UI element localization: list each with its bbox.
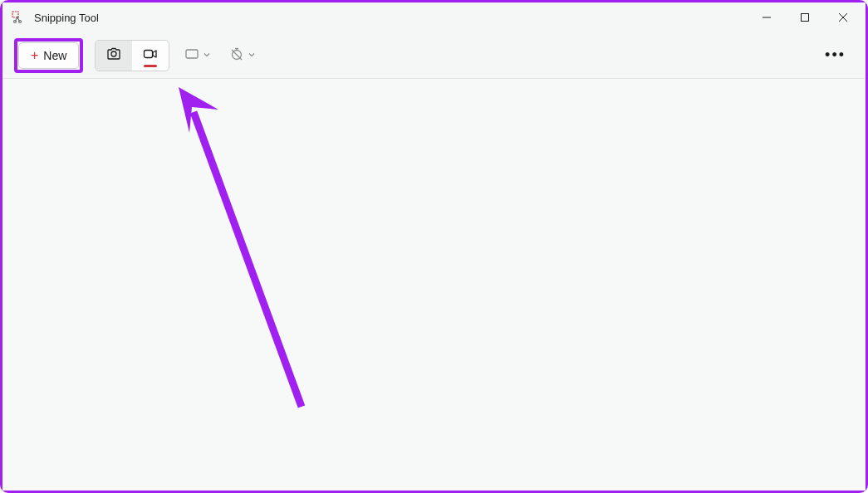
titlebar: Snipping Tool [2,2,866,32]
maximize-button[interactable] [786,4,824,31]
timer-off-icon [229,46,244,64]
app-window: Snipping Tool + New [0,0,868,493]
new-button-highlight: + New [14,38,83,73]
video-mode-button[interactable] [132,41,169,71]
svg-rect-5 [802,14,809,22]
video-icon [142,46,159,65]
new-button[interactable]: + New [18,42,79,69]
svg-line-15 [194,112,302,407]
svg-point-8 [111,51,116,56]
new-button-label: New [43,49,66,62]
window-controls [748,4,862,31]
minimize-button[interactable] [748,4,786,31]
svg-rect-10 [186,50,198,58]
screenshot-mode-button[interactable] [96,41,132,71]
camera-icon [105,46,122,65]
toolbar: + New [2,32,866,79]
mode-toggle [95,40,169,71]
more-options-button[interactable]: ••• [817,41,854,69]
app-title: Snipping Tool [34,12,748,24]
delay-dropdown[interactable] [226,41,259,69]
close-button[interactable] [824,4,862,31]
ellipsis-icon: ••• [825,46,846,63]
content-area [2,79,866,491]
rectangle-icon [184,46,199,64]
plus-icon: + [31,48,38,63]
annotation-arrow [2,79,335,427]
svg-rect-9 [145,51,153,58]
svg-marker-16 [179,87,218,133]
chevron-down-icon [203,51,211,61]
chevron-down-icon [248,51,256,61]
app-icon [11,10,26,25]
snip-shape-dropdown[interactable] [181,41,214,69]
